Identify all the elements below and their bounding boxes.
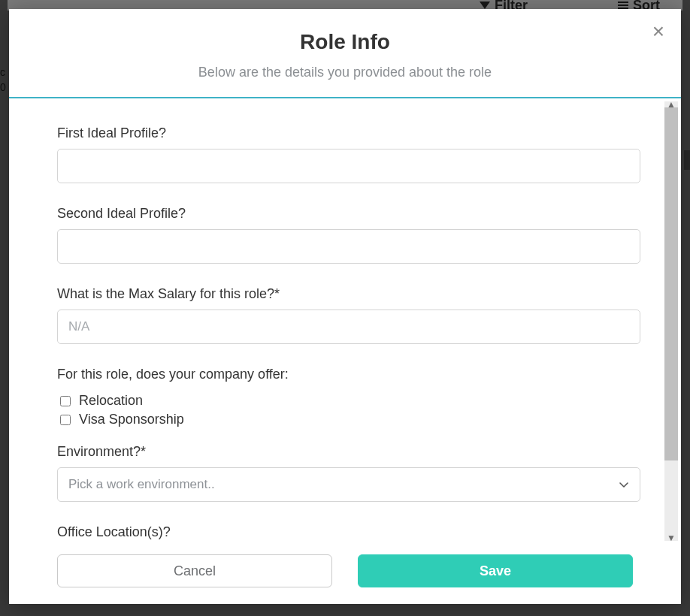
cancel-button[interactable]: Cancel: [57, 554, 332, 587]
relocation-row: Relocation: [57, 393, 640, 409]
company-offers-label: For this role, does your company offer:: [57, 367, 640, 382]
second-ideal-profile-label: Second Ideal Profile?: [57, 206, 640, 222]
environment-placeholder: Pick a work environment..: [68, 477, 215, 492]
max-salary-field: What is the Max Salary for this role?*: [57, 286, 640, 344]
scrollbar-thumb[interactable]: [664, 107, 678, 460]
environment-field: Environment?* Pick a work environment..: [57, 444, 640, 502]
close-button[interactable]: ×: [652, 21, 664, 42]
role-info-modal: × Role Info Below are the details you pr…: [9, 9, 681, 604]
office-locations-field: Office Location(s)?: [57, 524, 640, 540]
second-ideal-profile-input[interactable]: [57, 229, 640, 264]
visa-row: Visa Sponsorship: [57, 412, 640, 427]
environment-select[interactable]: Pick a work environment..: [57, 467, 640, 502]
environment-label: Environment?*: [57, 444, 640, 460]
save-button[interactable]: Save: [358, 554, 633, 587]
close-icon: ×: [652, 20, 664, 43]
modal-subtitle: Below are the details you provided about…: [39, 65, 651, 80]
visa-label: Visa Sponsorship: [79, 412, 184, 427]
modal-title: Role Info: [39, 30, 651, 54]
save-label: Save: [480, 563, 511, 579]
first-ideal-profile-label: First Ideal Profile?: [57, 125, 640, 141]
modal-footer: Cancel Save: [9, 544, 681, 604]
office-locations-label: Office Location(s)?: [57, 524, 640, 540]
modal-scrollbar[interactable]: ▲ ▼: [661, 98, 681, 544]
first-ideal-profile-field: First Ideal Profile?: [57, 125, 640, 183]
first-ideal-profile-input[interactable]: [57, 149, 640, 183]
modal-header: Role Info Below are the details you prov…: [9, 9, 681, 98]
relocation-label: Relocation: [79, 393, 143, 409]
max-salary-label: What is the Max Salary for this role?*: [57, 286, 640, 302]
company-offers-field: For this role, does your company offer: …: [57, 367, 640, 427]
scroll-down-icon[interactable]: ▼: [661, 532, 681, 544]
second-ideal-profile-field: Second Ideal Profile?: [57, 206, 640, 264]
cancel-label: Cancel: [174, 563, 216, 579]
visa-checkbox[interactable]: [60, 415, 71, 425]
relocation-checkbox[interactable]: [60, 396, 71, 406]
modal-body: First Ideal Profile? Second Ideal Profil…: [9, 98, 661, 544]
max-salary-input[interactable]: [57, 310, 640, 344]
